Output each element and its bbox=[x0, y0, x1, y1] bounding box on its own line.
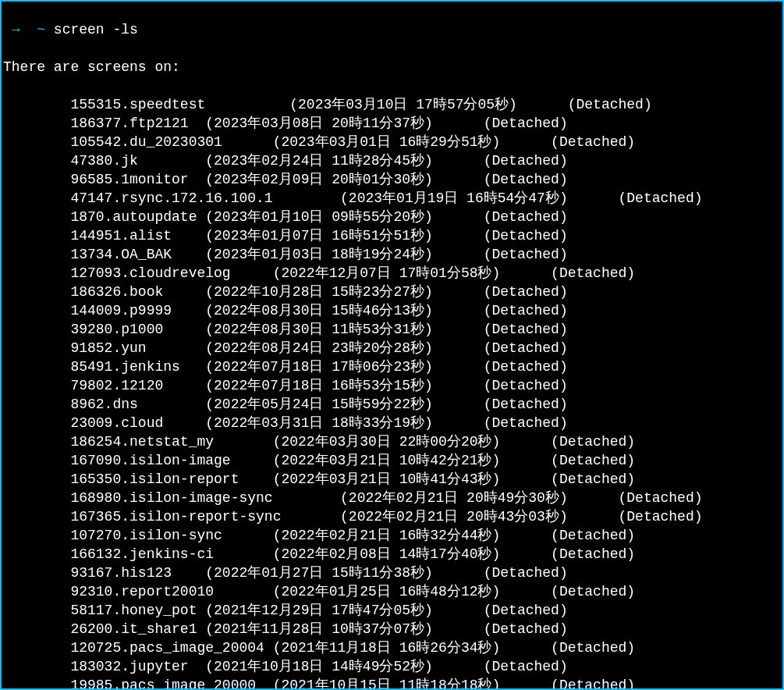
session-row: 19985.pacs_image_20000 (2021年10月15日 11時1… bbox=[3, 676, 781, 690]
session-row: 186377.ftp2121 (2023年03月08日 20時11分37秒) (… bbox=[3, 114, 781, 133]
session-row: 155315.speedtest (2023年03月10日 17時57分05秒)… bbox=[3, 95, 781, 114]
session-row: 107270.isilon-sync (2022年02月21日 16時32分44… bbox=[3, 526, 781, 545]
session-row: 144951.alist (2023年01月07日 16時51分51秒) (De… bbox=[3, 226, 781, 245]
session-row: 186254.netstat_my (2022年03月30日 22時00分20秒… bbox=[3, 432, 781, 451]
session-row: 47147.rsync.172.16.100.1 (2023年01月19日 16… bbox=[3, 189, 781, 208]
session-row: 144009.p9999 (2022年08月30日 15時46分13秒) (De… bbox=[3, 301, 781, 320]
session-row: 92310.report20010 (2022年01月25日 16時48分12秒… bbox=[3, 582, 781, 601]
session-row: 183032.jupyter (2021年10月18日 14時49分52秒) (… bbox=[3, 657, 781, 676]
header-text: There are screens on: bbox=[3, 58, 781, 76]
session-row: 168980.isilon-image-sync (2022年02月21日 20… bbox=[3, 489, 781, 507]
prompt-line: → ~ screen -ls bbox=[3, 20, 781, 39]
terminal[interactable]: → ~ screen -ls There are screens on: 155… bbox=[2, 2, 782, 690]
session-row: 26200.it_share1 (2021年11月28日 10時37分07秒) … bbox=[3, 620, 781, 638]
prompt-arrow-icon: → bbox=[12, 22, 20, 37]
session-row: 58117.honey_pot (2021年12月29日 17時47分05秒) … bbox=[3, 601, 781, 620]
session-list: 155315.speedtest (2023年03月10日 17時57分05秒)… bbox=[3, 95, 781, 690]
session-row: 47380.jk (2023年02月24日 11時28分45秒) (Detach… bbox=[3, 151, 781, 170]
session-row: 23009.cloud (2022年03月31日 18時33分19秒) (Det… bbox=[3, 414, 781, 432]
command-text: screen -ls bbox=[54, 22, 138, 37]
session-row: 8962.dns (2022年05月24日 15時59分22秒) (Detach… bbox=[3, 395, 781, 414]
session-row: 165350.isilon-report (2022年03月21日 10時41分… bbox=[3, 470, 781, 489]
session-row: 167090.isilon-image (2022年03月21日 10時42分2… bbox=[3, 451, 781, 470]
session-row: 39280.p1000 (2022年08月30日 11時53分31秒) (Det… bbox=[3, 320, 781, 339]
session-row: 127093.cloudrevelog (2022年12月07日 17時01分5… bbox=[3, 264, 781, 283]
session-row: 105542.du_20230301 (2023年03月01日 16時29分51… bbox=[3, 133, 781, 151]
prompt-tilde: ~ bbox=[37, 22, 45, 37]
session-row: 96585.1monitor (2023年02月09日 20時01分30秒) (… bbox=[3, 170, 781, 189]
session-row: 186326.book (2022年10月28日 15時23分27秒) (Det… bbox=[3, 283, 781, 301]
session-row: 91852.yun (2022年08月24日 23時20分28秒) (Detac… bbox=[3, 339, 781, 357]
session-row: 85491.jenkins (2022年07月18日 17時06分23秒) (D… bbox=[3, 357, 781, 376]
session-row: 1870.autoupdate (2023年01月10日 09時55分20秒) … bbox=[3, 208, 781, 226]
session-row: 13734.OA_BAK (2023年01月03日 18時19分24秒) (De… bbox=[3, 245, 781, 264]
session-row: 166132.jenkins-ci (2022年02月08日 14時17分40秒… bbox=[3, 545, 781, 564]
session-row: 120725.pacs_image_20004 (2021年11月18日 16時… bbox=[3, 638, 781, 657]
session-row: 79802.12120 (2022年07月18日 16時53分15秒) (Det… bbox=[3, 376, 781, 395]
session-row: 93167.his123 (2022年01月27日 15時11分38秒) (De… bbox=[3, 564, 781, 582]
session-row: 167365.isilon-report-sync (2022年02月21日 2… bbox=[3, 507, 781, 526]
